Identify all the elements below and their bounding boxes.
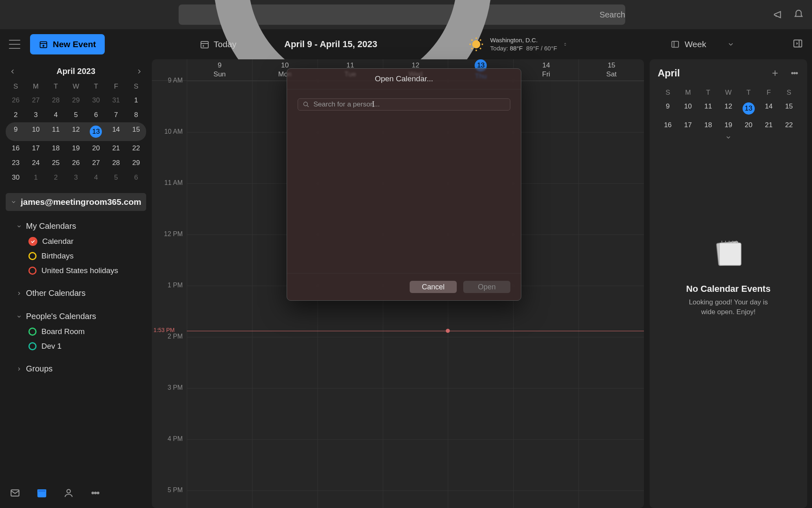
calendar-item[interactable]: Dev 1 — [6, 339, 146, 354]
calendar-color-swatch[interactable] — [28, 328, 37, 336]
mini-cal-day[interactable]: 18 — [46, 141, 66, 156]
today-button[interactable]: Today — [200, 39, 236, 49]
agenda-day[interactable]: 11 — [698, 99, 718, 118]
mini-cal-day[interactable]: 23 — [6, 156, 26, 170]
agenda-day[interactable]: 18 — [698, 118, 718, 132]
mini-cal-day[interactable]: 1 — [26, 170, 45, 185]
mini-cal-day[interactable]: 5 — [66, 108, 86, 122]
next-week-icon[interactable] — [263, 41, 270, 48]
mini-cal-day[interactable]: 15 — [126, 122, 146, 141]
day-column[interactable] — [579, 81, 644, 508]
mini-cal-day[interactable]: 22 — [126, 141, 146, 156]
bell-icon[interactable] — [793, 9, 804, 20]
mini-cal-day[interactable]: 11 — [46, 122, 66, 141]
mini-cal-day[interactable]: 27 — [86, 156, 106, 170]
expand-chevron-icon[interactable] — [725, 134, 732, 141]
mini-cal-day[interactable]: 31 — [106, 93, 126, 108]
agenda-day[interactable]: 12 — [718, 99, 739, 118]
agenda-day[interactable]: 16 — [658, 118, 678, 132]
mini-cal-day[interactable]: 29 — [66, 93, 86, 108]
weather-widget[interactable]: Washington, D.C. Today: 88°F 89°F / 60°F — [468, 36, 568, 52]
calendar-item[interactable]: Board Room — [6, 324, 146, 339]
mini-cal-day[interactable]: 25 — [46, 156, 66, 170]
mini-cal-day[interactable]: 5 — [106, 170, 126, 185]
mini-cal-day[interactable]: 30 — [86, 93, 106, 108]
mini-cal-day[interactable]: 12 — [66, 122, 86, 141]
mini-cal-day[interactable]: 7 — [106, 108, 126, 122]
mini-cal-day[interactable]: 3 — [26, 108, 45, 122]
people-icon[interactable] — [63, 488, 74, 498]
mini-cal-day[interactable]: 26 — [6, 93, 26, 108]
agenda-day[interactable]: 21 — [759, 118, 779, 132]
mini-cal-day[interactable]: 4 — [86, 170, 106, 185]
day-header[interactable]: 9Sun — [187, 59, 252, 80]
mini-cal-day[interactable]: 30 — [6, 170, 26, 185]
mini-cal-day[interactable]: 6 — [126, 170, 146, 185]
day-header[interactable]: 15Sat — [579, 59, 644, 80]
mini-cal-day[interactable]: 28 — [46, 93, 66, 108]
day-column[interactable] — [513, 81, 579, 508]
mini-cal-day[interactable]: 16 — [6, 141, 26, 156]
mini-cal-day[interactable]: 14 — [106, 122, 126, 141]
modal-search-input[interactable]: Search for a person... I — [298, 98, 510, 111]
megaphone-icon[interactable] — [773, 9, 784, 20]
mini-cal-day[interactable]: 28 — [106, 156, 126, 170]
agenda-day[interactable]: 15 — [779, 99, 799, 118]
agenda-day[interactable]: 14 — [759, 99, 779, 118]
new-event-button[interactable]: New Event — [30, 34, 105, 54]
mini-cal-day[interactable]: 20 — [86, 141, 106, 156]
mini-cal-day[interactable]: 24 — [26, 156, 45, 170]
mini-cal-day[interactable]: 29 — [126, 156, 146, 170]
agenda-day[interactable]: 22 — [779, 118, 799, 132]
mini-cal-day[interactable]: 8 — [126, 108, 146, 122]
calendar-icon[interactable] — [37, 488, 47, 498]
calendar-color-swatch[interactable] — [28, 267, 37, 275]
calendar-item[interactable]: Calendar — [6, 234, 146, 249]
agenda-day[interactable]: 20 — [739, 118, 759, 132]
mini-cal-day[interactable]: 27 — [26, 93, 45, 108]
mini-cal-day[interactable]: 21 — [106, 141, 126, 156]
mini-cal-day[interactable]: 2 — [6, 108, 26, 122]
agenda-day[interactable]: 19 — [718, 118, 739, 132]
day-column[interactable] — [187, 81, 252, 508]
tree-groups[interactable]: Groups — [6, 361, 146, 377]
mini-cal-day[interactable]: 26 — [66, 156, 86, 170]
panel-toggle-button[interactable] — [793, 38, 803, 50]
calendar-color-swatch[interactable] — [28, 252, 37, 260]
view-switcher[interactable]: Week — [671, 39, 734, 49]
cancel-button[interactable]: Cancel — [410, 281, 457, 293]
open-button[interactable]: Open — [463, 281, 510, 293]
calendar-item[interactable]: Birthdays — [6, 249, 146, 263]
day-header[interactable]: 14Fri — [513, 59, 579, 80]
calendar-color-swatch[interactable] — [28, 237, 37, 246]
menu-icon[interactable] — [9, 40, 20, 49]
mail-icon[interactable] — [10, 488, 20, 498]
mini-cal-day[interactable]: 17 — [26, 141, 45, 156]
agenda-day[interactable]: 17 — [678, 118, 698, 132]
mini-cal-day[interactable]: 13 — [86, 122, 106, 141]
calendar-color-swatch[interactable] — [28, 342, 37, 350]
mini-cal-day[interactable]: 3 — [66, 170, 86, 185]
mini-cal-next-icon[interactable] — [136, 68, 143, 75]
mini-cal-day[interactable]: 4 — [46, 108, 66, 122]
tree-other-calendars[interactable]: Other Calendars — [6, 285, 146, 301]
mini-cal-day[interactable]: 10 — [26, 122, 45, 141]
calendar-item[interactable]: United States holidays — [6, 263, 146, 278]
global-search[interactable]: Search — [179, 4, 625, 25]
mini-cal-day[interactable]: 9 — [6, 122, 26, 141]
add-icon[interactable] — [771, 69, 780, 78]
more-icon[interactable] — [90, 488, 101, 498]
agenda-day[interactable]: 13 — [739, 99, 759, 118]
mini-cal-day[interactable]: 6 — [86, 108, 106, 122]
tree-peoples-calendars[interactable]: People's Calendars — [6, 308, 146, 324]
tree-my-calendars[interactable]: My Calendars — [6, 218, 146, 234]
agenda-day[interactable]: 9 — [658, 99, 678, 118]
account-row[interactable]: james@meetingroom365.com — [6, 193, 146, 211]
mini-cal-day[interactable]: 19 — [66, 141, 86, 156]
more-icon[interactable] — [790, 69, 799, 78]
mini-cal-day[interactable]: 2 — [46, 170, 66, 185]
mini-cal-day[interactable]: 1 — [126, 93, 146, 108]
agenda-day[interactable]: 10 — [678, 99, 698, 118]
prev-week-icon[interactable] — [250, 41, 257, 48]
mini-cal-prev-icon[interactable] — [9, 68, 16, 75]
